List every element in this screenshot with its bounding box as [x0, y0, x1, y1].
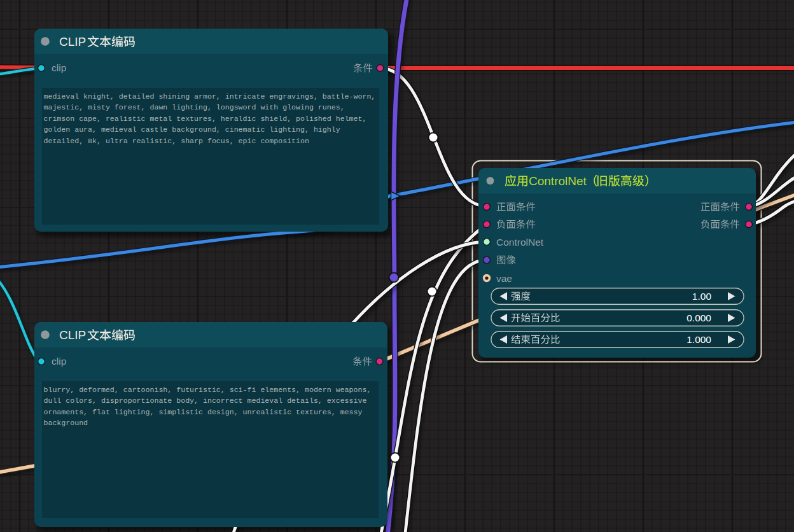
svg-text:CLIP: CLIP — [59, 35, 86, 48]
svg-text:ControlNet: ControlNet — [529, 174, 587, 188]
svg-text:golden aura, medieval castle b: golden aura, medieval castle background,… — [44, 125, 340, 134]
svg-text:0.000: 0.000 — [686, 312, 711, 323]
svg-text:ControlNet: ControlNet — [496, 237, 544, 248]
svg-text:blurry, deformed, cartoonish,: blurry, deformed, cartoonish, futuristic… — [44, 386, 372, 394]
svg-text:clip: clip — [52, 356, 66, 367]
svg-text:1.000: 1.000 — [686, 334, 711, 345]
svg-text:vae: vae — [496, 273, 512, 284]
svg-text:clip: clip — [52, 62, 66, 73]
svg-text:ornaments, flat lighting, simp: ornaments, flat lighting, simplistic des… — [44, 408, 363, 416]
svg-text:majestic, misty forest, dawn l: majestic, misty forest, dawn lighting, l… — [44, 103, 345, 111]
svg-text:CLIP: CLIP — [59, 328, 86, 342]
svg-text:crimson cape, realistic metal: crimson cape, realistic metal textures, … — [44, 115, 367, 123]
svg-text:background: background — [44, 419, 88, 427]
svg-text:detailed, 8k, ultra realistic,: detailed, 8k, ultra realistic, sharp foc… — [44, 137, 309, 145]
svg-text:medieval knight, detailed shin: medieval knight, detailed shining armor,… — [44, 92, 376, 101]
svg-text:1.00: 1.00 — [692, 291, 712, 302]
svg-text:dull colors, disproportionate: dull colors, disproportionate body, inco… — [44, 396, 367, 405]
